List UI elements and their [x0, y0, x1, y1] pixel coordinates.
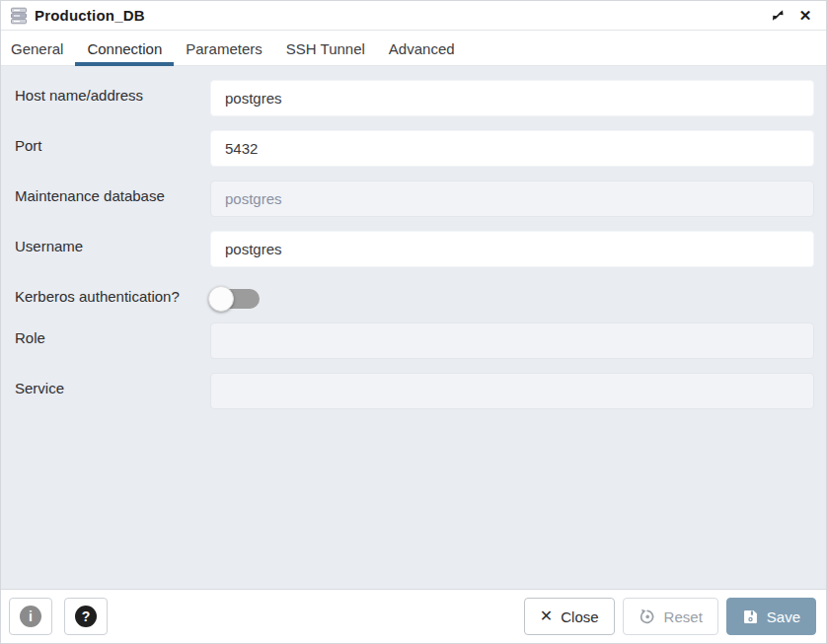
- kerberos-label: Kerberos authentication?: [15, 281, 210, 305]
- reset-button: Reset: [623, 598, 718, 635]
- save-button-label: Save: [767, 608, 800, 625]
- sql-info-button[interactable]: i: [9, 598, 52, 635]
- tab-connection[interactable]: Connection: [75, 31, 174, 66]
- tab-parameters[interactable]: Parameters: [174, 31, 274, 66]
- save-icon: [742, 608, 759, 625]
- dialog-title: Production_DB: [35, 7, 145, 24]
- form-row-service: Service: [15, 373, 814, 409]
- close-button[interactable]: ✕: [794, 5, 816, 27]
- kerberos-toggle[interactable]: [210, 289, 260, 309]
- form-row-maintenance-db: Maintenance database: [15, 180, 814, 217]
- service-label: Service: [15, 373, 210, 396]
- dialog-footer: i ? ✕ Close Reset: [1, 589, 826, 643]
- role-input[interactable]: [210, 322, 814, 359]
- maximize-icon: [771, 8, 786, 23]
- connection-form: Host name/address Port Maintenance datab…: [1, 66, 826, 589]
- tab-bar: General Connection Parameters SSH Tunnel…: [1, 31, 826, 66]
- dialog-header: Production_DB ✕: [1, 1, 826, 31]
- reset-button-label: Reset: [664, 608, 703, 625]
- maintenance-db-input: [210, 180, 814, 217]
- reset-icon: [639, 608, 656, 625]
- save-button[interactable]: Save: [726, 598, 816, 635]
- info-icon: i: [20, 606, 41, 627]
- server-stack-icon: [9, 6, 29, 26]
- close-x-icon: ✕: [540, 608, 553, 624]
- host-input[interactable]: [210, 80, 814, 116]
- tab-general[interactable]: General: [10, 31, 75, 66]
- help-button[interactable]: ?: [64, 598, 108, 635]
- port-label: Port: [15, 130, 210, 154]
- username-input[interactable]: [210, 231, 814, 267]
- close-button-label: Close: [561, 608, 598, 625]
- toggle-knob: [208, 286, 234, 312]
- tab-advanced[interactable]: Advanced: [377, 31, 467, 66]
- form-row-role: Role: [15, 322, 814, 359]
- maintenance-db-label: Maintenance database: [15, 180, 210, 204]
- role-label: Role: [15, 322, 210, 346]
- close-dialog-button[interactable]: ✕ Close: [524, 598, 615, 635]
- help-icon: ?: [75, 606, 97, 627]
- form-row-host: Host name/address: [15, 80, 814, 116]
- form-row-port: Port: [15, 130, 814, 167]
- port-input[interactable]: [210, 130, 814, 167]
- form-row-username: Username: [15, 231, 814, 267]
- tab-ssh-tunnel[interactable]: SSH Tunnel: [274, 31, 377, 66]
- server-properties-dialog: Production_DB ✕ General Connection Param…: [0, 0, 827, 644]
- username-label: Username: [15, 231, 210, 254]
- form-row-kerberos: Kerberos authentication?: [15, 281, 814, 309]
- host-label: Host name/address: [15, 80, 210, 104]
- maximize-button[interactable]: [767, 5, 789, 27]
- service-input[interactable]: [210, 373, 814, 409]
- close-icon: ✕: [799, 8, 812, 23]
